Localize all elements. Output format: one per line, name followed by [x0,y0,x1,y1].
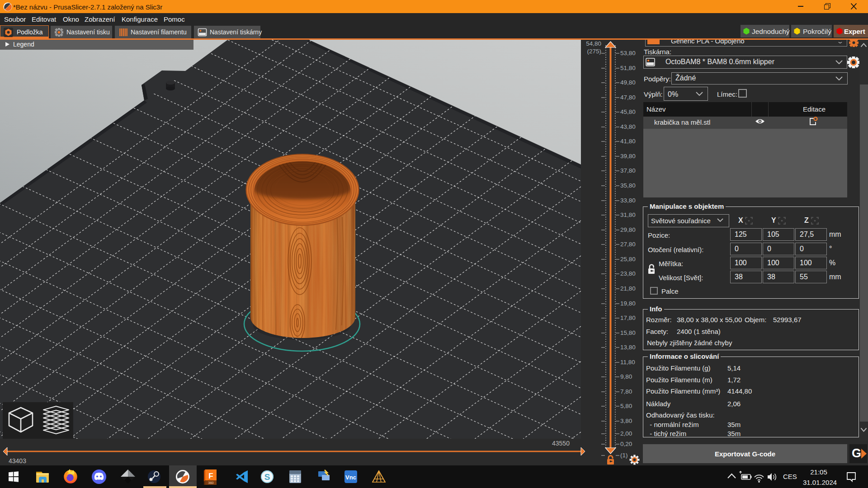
svg-text:360: 360 [208,481,214,485]
svg-text:Vnc: Vnc [345,474,356,481]
svg-text:F: F [208,472,213,480]
svg-text:S: S [264,472,270,482]
